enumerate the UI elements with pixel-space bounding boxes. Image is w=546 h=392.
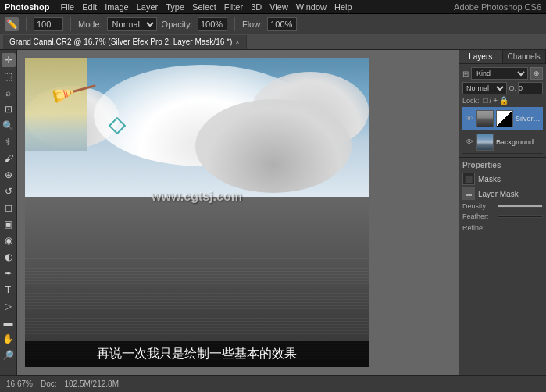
layer-mask-icon[interactable]: ▬ bbox=[462, 187, 475, 200]
masks-row: ⬛ Masks bbox=[462, 173, 543, 185]
history-brush-icon[interactable]: ↺ bbox=[2, 184, 16, 198]
lock-paint-icon[interactable]: / bbox=[490, 96, 492, 105]
venice-image: www.cgtsj.com 🧹 再说一次我只是绘制一些基本的效果 bbox=[25, 58, 369, 367]
menu-select[interactable]: Select bbox=[192, 2, 216, 12]
adobe-title: Adobe Photoshop CS6 bbox=[454, 2, 541, 12]
pen-tool-icon[interactable]: ✒ bbox=[2, 266, 16, 280]
lock-row: Lock: □ / + 🔒 bbox=[462, 96, 543, 105]
layer-item-2[interactable]: 👁 Background bbox=[462, 130, 543, 154]
subtitle-text: 再说一次我只是绘制一些基本的效果 bbox=[97, 347, 297, 360]
healing-tool-icon[interactable]: ⚕ bbox=[2, 135, 16, 149]
menu-type[interactable]: Type bbox=[166, 2, 184, 12]
density-label: Density: bbox=[462, 202, 498, 210]
layer-2-visibility-icon[interactable]: 👁 bbox=[465, 137, 474, 147]
doc-size-value: 102.5M/212.8M bbox=[64, 380, 119, 388]
hand-tool-icon[interactable]: ✋ bbox=[2, 332, 16, 346]
clone-stamp-icon[interactable]: ⊕ bbox=[2, 168, 16, 182]
dodge-tool-icon[interactable]: ◐ bbox=[2, 250, 16, 264]
crop-tool-icon[interactable]: ⊡ bbox=[2, 102, 16, 116]
opacity-input[interactable] bbox=[198, 17, 227, 31]
filter-extra-btn[interactable]: ⊕ bbox=[530, 67, 543, 80]
opacity-right-input[interactable] bbox=[518, 82, 543, 94]
lock-all-icon[interactable]: 🔒 bbox=[499, 96, 509, 105]
masks-icon[interactable]: ⬛ bbox=[462, 173, 475, 185]
filter-kind-select[interactable]: Kind bbox=[471, 67, 528, 80]
subtitle-bar: 再说一次我只是绘制一些基本的效果 bbox=[25, 341, 369, 367]
filter-icon: ⊞ bbox=[462, 69, 469, 78]
lock-position-icon[interactable]: + bbox=[493, 96, 498, 105]
menu-file[interactable]: File bbox=[60, 2, 74, 12]
main-canvas: www.cgtsj.com 🧹 再说一次我只是绘制一些基本的效果 bbox=[25, 58, 369, 367]
menu-bar: Photoshop File Edit Image Layer Type Sel… bbox=[0, 0, 546, 14]
tab-label: Grand Canal.CR2 @ 16.7% (Silver Efex Pro… bbox=[9, 37, 232, 46]
mode-label: Mode: bbox=[78, 20, 102, 29]
opacity-label: Opacity: bbox=[162, 20, 193, 29]
move-tool-icon[interactable]: ✛ bbox=[2, 53, 16, 67]
tab-channels[interactable]: Channels bbox=[503, 50, 547, 63]
filter-row: ⊞ Kind ⊕ bbox=[462, 67, 543, 80]
path-select-icon[interactable]: ▷ bbox=[2, 299, 16, 313]
tab-layers[interactable]: Layers bbox=[459, 50, 503, 63]
menu-view[interactable]: View bbox=[269, 2, 288, 12]
opacity-label-right: O: bbox=[509, 84, 516, 92]
tab-close-button[interactable]: × bbox=[235, 38, 239, 46]
cloud-bottom-right bbox=[195, 99, 352, 193]
lock-label: Lock: bbox=[462, 97, 480, 105]
layer-1-name: Silver Efex Pro 2 bbox=[516, 115, 541, 123]
lock-transparency-icon[interactable]: □ bbox=[484, 96, 488, 105]
feather-row: Feather: bbox=[462, 212, 543, 220]
left-tool-panel: ✛ ⬚ ⌕ ⊡ 🔍 ⚕ 🖌 ⊕ ↺ ◻ ▣ ◉ ◐ ✒ T ▷ ▬ ✋ 🔎 bbox=[0, 50, 17, 375]
gradient-tool-icon[interactable]: ▣ bbox=[2, 217, 16, 231]
layer-1-visibility-icon[interactable]: 👁 bbox=[465, 114, 474, 123]
menu-filter[interactable]: Filter bbox=[224, 2, 243, 12]
menu-window[interactable]: Window bbox=[296, 2, 327, 12]
status-bar: 16.67% Doc: 102.5M/212.8M bbox=[0, 375, 546, 392]
blend-row: Normal O: bbox=[462, 82, 543, 94]
toolbar-sep-1 bbox=[26, 17, 27, 31]
brush-icon[interactable]: 🖌 bbox=[2, 151, 16, 166]
canvas-area[interactable]: www.cgtsj.com 🧹 再说一次我只是绘制一些基本的效果 bbox=[17, 50, 459, 375]
menu-3d[interactable]: 3D bbox=[251, 2, 262, 12]
zoom-tool-icon[interactable]: 🔎 bbox=[2, 348, 16, 362]
layer-1-mask-thumbnail bbox=[496, 110, 513, 127]
layer-2-thumbnail bbox=[476, 134, 494, 151]
brush-size-input[interactable] bbox=[34, 17, 63, 31]
density-fill bbox=[498, 205, 542, 207]
feather-label: Feather: bbox=[462, 212, 498, 220]
refine-row: Refine: bbox=[462, 223, 543, 232]
type-tool-icon[interactable]: T bbox=[2, 283, 16, 297]
toolbar-sep-2 bbox=[70, 17, 71, 31]
layer-mask-row: ▬ Layer Mask bbox=[462, 187, 543, 200]
toolbar: ✏️ Mode: Normal Multiply Screen Overlay … bbox=[0, 14, 546, 34]
document-tab[interactable]: Grand Canal.CR2 @ 16.7% (Silver Efex Pro… bbox=[3, 35, 247, 49]
menu-layer[interactable]: Layer bbox=[137, 2, 159, 12]
color-building-corner bbox=[25, 58, 87, 151]
selection-tool-icon[interactable]: ⬚ bbox=[2, 69, 16, 84]
toolbar-sep-3 bbox=[234, 17, 235, 31]
lasso-tool-icon[interactable]: ⌕ bbox=[2, 86, 16, 100]
shape-tool-icon[interactable]: ▬ bbox=[2, 315, 16, 330]
layer-2-name: Background bbox=[496, 138, 541, 146]
masks-label: Masks bbox=[478, 175, 501, 184]
brush-tool-icon[interactable]: ✏️ bbox=[5, 17, 19, 31]
menu-help[interactable]: Help bbox=[334, 2, 352, 12]
menu-image[interactable]: Image bbox=[105, 2, 129, 12]
blend-mode-select[interactable]: Normal bbox=[462, 82, 507, 94]
zoom-level: 16.67% bbox=[6, 380, 33, 388]
layers-panel: ⊞ Kind ⊕ Normal O: Lock: □ / + 🔒 bbox=[459, 64, 546, 157]
mode-select[interactable]: Normal Multiply Screen Overlay bbox=[107, 17, 157, 31]
properties-title: Properties bbox=[462, 161, 543, 169]
menu-edit[interactable]: Edit bbox=[82, 2, 97, 12]
tab-bar: Grand Canal.CR2 @ 16.7% (Silver Efex Pro… bbox=[0, 34, 546, 50]
app-name: Photoshop bbox=[5, 2, 49, 12]
layer-item-1[interactable]: 👁 Silver Efex Pro 2 bbox=[462, 107, 543, 130]
density-slider[interactable] bbox=[498, 205, 543, 208]
eraser-tool-icon[interactable]: ◻ bbox=[2, 201, 16, 215]
density-row: Density: bbox=[462, 202, 543, 210]
blur-tool-icon[interactable]: ◉ bbox=[2, 233, 16, 248]
feather-slider[interactable] bbox=[498, 215, 543, 218]
main-area: ✛ ⬚ ⌕ ⊡ 🔍 ⚕ 🖌 ⊕ ↺ ◻ ▣ ◉ ◐ ✒ T ▷ ▬ ✋ 🔎 bbox=[0, 50, 546, 375]
flow-input[interactable] bbox=[267, 17, 297, 31]
eyedropper-tool-icon[interactable]: 🔍 bbox=[2, 119, 16, 133]
doc-size-label: Doc: bbox=[41, 380, 57, 388]
